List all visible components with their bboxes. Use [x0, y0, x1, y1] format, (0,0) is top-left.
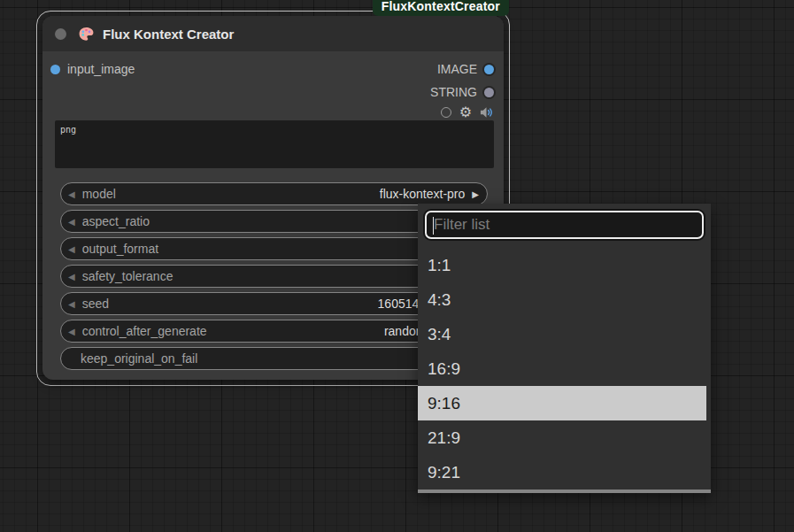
node-type-badge: FluxKontextCreator — [373, 0, 509, 16]
string-output-slot[interactable] — [484, 88, 494, 97]
node-toolbar: ⚙ — [441, 103, 493, 122]
image-output-slot[interactable] — [484, 65, 494, 74]
gear-icon[interactable]: ⚙ — [459, 105, 472, 120]
filter-input[interactable] — [425, 211, 704, 239]
option-9:21[interactable]: 9:21 — [418, 455, 706, 490]
slot-row-image: input_image IMAGE — [42, 57, 504, 81]
slot-row-string: STRING — [42, 81, 504, 103]
option-1:1[interactable]: 1:1 — [418, 248, 706, 282]
widget-left-arrow-icon[interactable]: ◀ — [68, 189, 75, 199]
dropdown-options: 1:14:33:416:99:1621:99:21 — [418, 248, 711, 490]
input-image-label: input_image — [67, 62, 135, 76]
widget-left-arrow-icon[interactable]: ◀ — [68, 244, 75, 254]
option-16:9[interactable]: 16:9 — [418, 351, 706, 386]
widget-label: aspect_ratio — [82, 214, 150, 228]
widget-left-arrow-icon[interactable]: ◀ — [68, 217, 75, 227]
widget-label: output_format — [82, 242, 158, 256]
status-circle-icon[interactable] — [441, 107, 451, 118]
collapse-dot[interactable] — [55, 28, 66, 40]
text-caret — [433, 217, 434, 235]
speaker-icon[interactable] — [480, 106, 493, 119]
widget-label: keep_original_on_fail — [81, 351, 197, 366]
string-output-label: STRING — [430, 85, 477, 99]
prompt-textarea[interactable]: png — [55, 120, 494, 168]
graph-canvas[interactable]: FluxKontextCreator Flux Kontext Creator … — [0, 0, 794, 532]
dropdown-scrollbar[interactable] — [418, 490, 711, 493]
widget-label: safety_tolerance — [82, 269, 173, 283]
option-9:16[interactable]: 9:16 — [418, 386, 706, 420]
widget-label: control_after_generate — [82, 324, 207, 338]
aspect-ratio-dropdown: 1:14:33:416:99:1621:99:21 — [418, 204, 711, 493]
input-image-slot[interactable] — [50, 65, 60, 74]
node-title: Flux Kontext Creator — [103, 27, 234, 42]
node-header[interactable]: Flux Kontext Creator — [42, 16, 504, 51]
option-21:9[interactable]: 21:9 — [418, 420, 706, 455]
palette-icon — [78, 26, 95, 42]
widget-right-arrow-icon[interactable]: ▶ — [472, 189, 479, 199]
widget-value: flux-kontext-pro — [380, 187, 465, 201]
widget-left-arrow-icon[interactable]: ◀ — [68, 327, 75, 336]
image-output-label: IMAGE — [437, 62, 477, 76]
widget-label: seed — [82, 297, 109, 311]
widget-left-arrow-icon[interactable]: ◀ — [68, 272, 75, 281]
option-4:3[interactable]: 4:3 — [418, 282, 706, 317]
option-3:4[interactable]: 3:4 — [418, 317, 706, 351]
widget-label: model — [82, 187, 116, 201]
widget-model[interactable]: ◀modelflux-kontext-pro▶ — [60, 182, 488, 205]
widget-left-arrow-icon[interactable]: ◀ — [68, 299, 75, 309]
